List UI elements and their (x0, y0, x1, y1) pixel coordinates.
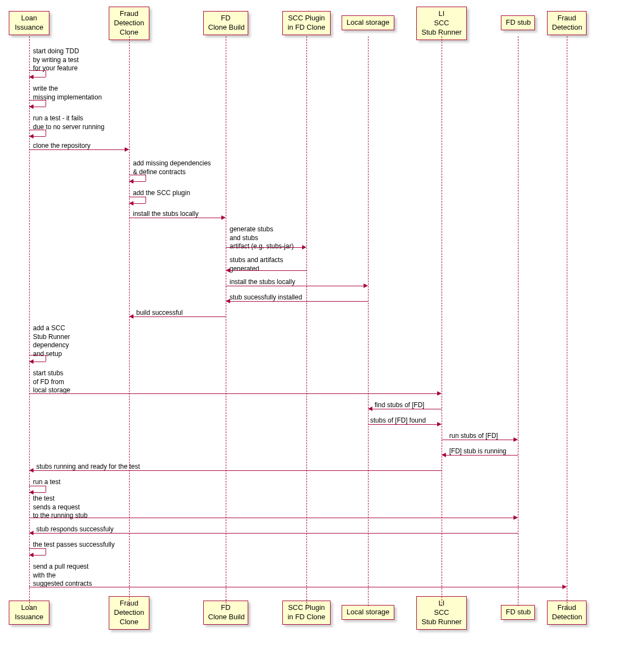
lifeline-fd-stub (518, 36, 518, 606)
message-label: add missing dependencies & define contra… (133, 159, 211, 176)
arrow-head-icon (442, 453, 446, 457)
message-label: start doing TDD by writing a test for yo… (33, 47, 79, 73)
arrow-head-icon (129, 314, 133, 319)
arrow-head-icon (125, 147, 129, 152)
arrow-head-icon (302, 245, 306, 249)
arrow-head-icon (514, 515, 518, 520)
arrow-head-icon (29, 468, 34, 473)
message-arrow (230, 270, 306, 271)
arrow-head-icon (562, 585, 567, 589)
message-label: the test sends a request to the running … (33, 495, 87, 520)
message-label: send a pull request with the suggested c… (33, 563, 92, 588)
participant-loan-issuance-top: Loan Issuance (9, 11, 49, 35)
arrow-head-icon (364, 284, 368, 288)
message-arrow (442, 440, 514, 440)
message-arrow (34, 470, 442, 471)
arrow-head-icon (437, 391, 442, 396)
participant-fd-stub-top: FD stub (501, 15, 535, 30)
message-arrow (29, 518, 514, 518)
message-arrow (226, 247, 302, 248)
participant-scc-plugin-fd-clone-top: SCC Plugin in FD Clone (282, 11, 331, 35)
lifeline-fraud-detection (567, 36, 567, 606)
participant-local-storage-top: Local storage (342, 15, 394, 30)
participant-fd-clone-build-top: FD Clone Build (203, 11, 248, 35)
message-arrow (29, 587, 562, 587)
lifeline-local-storage (368, 36, 369, 606)
arrow-head-icon (29, 531, 34, 535)
message-arrow (34, 533, 518, 534)
lifeline-li-scc-stub-runner (442, 36, 442, 606)
message-label: start stubs of FD from local storage (33, 369, 70, 395)
message-arrow (29, 393, 437, 394)
arrow-head-icon (437, 422, 442, 426)
arrow-head-icon (221, 215, 226, 220)
participant-fraud-detection-top: Fraud Detection (547, 11, 587, 35)
participant-li-scc-stub-runner-top: LI SCC Stub Runner (416, 7, 467, 40)
arrow-head-icon (514, 437, 518, 442)
arrow-head-icon (226, 299, 230, 303)
message-arrow (129, 218, 221, 218)
message-arrow (372, 409, 442, 409)
message-arrow (226, 286, 364, 286)
message-arrow (230, 301, 368, 302)
sequence-diagram: Loan IssuanceFraud Detection CloneFD Clo… (5, 5, 620, 667)
message-arrow (368, 424, 437, 425)
message-arrow (29, 149, 125, 150)
lifeline-fraud-detection-clone (129, 36, 130, 606)
message-label: write the missing implementation (33, 85, 102, 102)
lifeline-fd-clone-build (226, 36, 226, 606)
message-arrow (133, 316, 226, 317)
lifeline-scc-plugin-fd-clone (306, 36, 307, 606)
participant-fd-stub-bottom: FD stub (501, 605, 535, 620)
arrow-head-icon (368, 407, 372, 411)
lifeline-loan-issuance (29, 36, 30, 606)
participant-fraud-detection-clone-top: Fraud Detection Clone (109, 7, 149, 40)
message-label: add a SCC Stub Runner dependency and set… (33, 324, 70, 358)
message-label: run a test - it fails due to no server r… (33, 114, 104, 131)
arrow-head-icon (226, 268, 230, 273)
message-arrow (446, 455, 518, 456)
participant-local-storage-bottom: Local storage (342, 605, 394, 620)
